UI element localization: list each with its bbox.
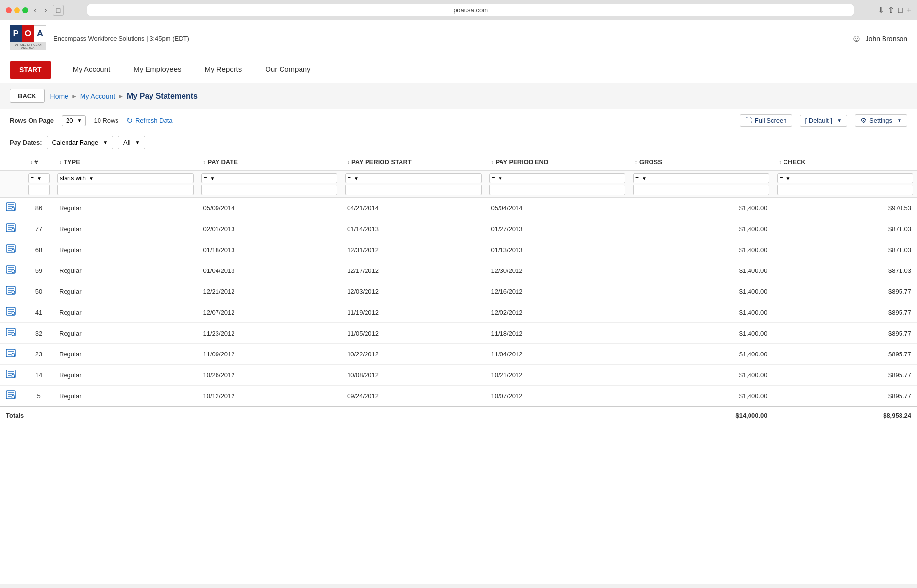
url-text: poausa.com: [453, 6, 488, 14]
row-icon-cell[interactable]: [0, 365, 24, 386]
row-icon-cell[interactable]: [0, 260, 24, 281]
row-view-icon[interactable]: [6, 309, 16, 317]
default-button[interactable]: [ Default ] ▼: [800, 115, 848, 127]
sort-icon-num: ↕: [30, 160, 33, 165]
start-button[interactable]: START: [10, 61, 51, 79]
refresh-button[interactable]: ↻ Refresh Data: [126, 116, 173, 125]
svg-point-40: [12, 333, 15, 336]
col-header-icon: [0, 153, 24, 171]
filter-pps-input[interactable]: [345, 185, 482, 195]
nav-menu: My Account My Employees My Reports Our C…: [61, 57, 322, 83]
col-header-gross[interactable]: ↕ GROSS: [629, 153, 773, 171]
download-button[interactable]: ⇓: [878, 5, 884, 15]
header-company: Encompass Workforce Solutions | 3:45pm (…: [53, 35, 189, 42]
default-label: [ Default ]: [805, 117, 833, 124]
totals-pps-empty: [341, 406, 485, 424]
data-toolbar: Rows On Page 20 ▼ 10 Rows ↻ Refresh Data…: [0, 109, 917, 132]
filter-type-arrow: ▼: [89, 176, 94, 181]
row-view-icon[interactable]: [6, 351, 16, 359]
row-num: 77: [24, 218, 53, 239]
filter-check-select[interactable]: = ▼: [777, 173, 914, 183]
back-button[interactable]: BACK: [10, 89, 45, 103]
add-tab-button[interactable]: +: [907, 6, 911, 15]
close-dot[interactable]: [6, 7, 12, 13]
col-header-type[interactable]: ↕ TYPE: [53, 153, 198, 171]
row-icon-cell[interactable]: [0, 323, 24, 344]
row-icon-cell[interactable]: [0, 344, 24, 365]
filter-type-select[interactable]: starts with ▼: [57, 173, 194, 183]
row-pay-period-end: 12/30/2012: [485, 260, 630, 281]
row-view-icon[interactable]: [6, 204, 16, 213]
col-header-pay-period-end[interactable]: ↕ PAY PERIOD END: [485, 153, 630, 171]
fullscreen-icon: ⛶: [745, 117, 752, 124]
col-header-num[interactable]: ↕ #: [24, 153, 53, 171]
filter-gross-select[interactable]: = ▼: [633, 173, 769, 183]
row-icon-cell[interactable]: [0, 218, 24, 239]
table-row: 77 Regular 02/01/2013 01/14/2013 01/27/2…: [0, 218, 917, 239]
filter-num-input[interactable]: [28, 185, 50, 195]
calendar-range-label: Calendar Range: [52, 139, 98, 146]
filter-type-input[interactable]: [57, 185, 194, 195]
filter-num-select[interactable]: = ▼: [28, 173, 50, 183]
breadcrumb: Home ► My Account ► My Pay Statements: [50, 92, 198, 101]
filter-gross-op: =: [635, 175, 639, 182]
row-icon-cell[interactable]: [0, 386, 24, 407]
row-view-icon[interactable]: [6, 288, 16, 296]
svg-point-46: [12, 353, 15, 356]
breadcrumb-current: My Pay Statements: [127, 92, 198, 101]
refresh-icon: ↻: [126, 116, 133, 125]
col-header-pay-period-start[interactable]: ↕ PAY PERIOD START: [341, 153, 485, 171]
row-type: Regular: [53, 302, 198, 323]
new-tab-button[interactable]: □: [898, 6, 903, 15]
settings-label: Settings: [869, 117, 892, 124]
filter-check-input[interactable]: [777, 185, 914, 195]
fullscreen-button[interactable]: ⛶ Full Screen: [740, 114, 792, 127]
nav-item-my-reports[interactable]: My Reports: [193, 57, 254, 83]
all-select[interactable]: All ▼: [118, 136, 145, 149]
rows-value: 20: [66, 117, 73, 124]
back-nav-button[interactable]: ‹: [32, 6, 38, 15]
row-view-icon[interactable]: [6, 392, 16, 401]
minimize-dot[interactable]: [14, 7, 20, 13]
maximize-dot[interactable]: [22, 7, 28, 13]
forward-nav-button[interactable]: ›: [42, 6, 49, 15]
col-header-pay-date[interactable]: ↕ PAY DATE: [198, 153, 342, 171]
row-view-icon[interactable]: [6, 225, 16, 234]
row-icon-cell[interactable]: [0, 239, 24, 260]
window-button[interactable]: □: [53, 5, 64, 16]
filter-ppe-input[interactable]: [489, 185, 626, 195]
row-icon-cell[interactable]: [0, 281, 24, 302]
row-view-icon[interactable]: [6, 330, 16, 338]
breadcrumb-bar: BACK Home ► My Account ► My Pay Statemen…: [0, 83, 917, 109]
breadcrumb-my-account[interactable]: My Account: [80, 92, 115, 100]
filter-pps-select[interactable]: = ▼: [345, 173, 482, 183]
filter-gross-arrow: ▼: [642, 176, 647, 181]
row-view-icon[interactable]: [6, 246, 16, 254]
row-type: Regular: [53, 281, 198, 302]
nav-item-my-employees[interactable]: My Employees: [122, 57, 193, 83]
all-label: All: [123, 139, 130, 146]
table-container: ↕ # ↕ TYPE ↕ PAY DATE: [0, 153, 917, 424]
nav-item-our-company[interactable]: Our Company: [253, 57, 322, 83]
row-num: 86: [24, 198, 53, 218]
breadcrumb-home[interactable]: Home: [50, 92, 68, 100]
rows-select[interactable]: 20 ▼: [62, 115, 86, 126]
nav-item-my-account[interactable]: My Account: [61, 57, 122, 83]
row-view-icon[interactable]: [6, 371, 16, 380]
filter-gross-input[interactable]: [633, 185, 769, 195]
row-pay-period-end: 11/18/2012: [485, 323, 630, 344]
row-icon-cell[interactable]: [0, 302, 24, 323]
share-button[interactable]: ⇧: [888, 5, 894, 15]
row-pay-date: 01/04/2013: [198, 260, 342, 281]
sort-icon-pay-period-start: ↕: [347, 160, 350, 165]
row-icon-cell[interactable]: [0, 198, 24, 218]
filter-ppe-select[interactable]: = ▼: [489, 173, 626, 183]
calendar-range-select[interactable]: Calendar Range ▼: [47, 136, 113, 149]
filter-pay-date-input[interactable]: [201, 185, 338, 195]
settings-button[interactable]: ⚙ Settings ▼: [855, 114, 907, 127]
filter-pay-date-select[interactable]: = ▼: [201, 173, 338, 183]
filter-type-op: starts with: [60, 175, 86, 182]
col-header-check[interactable]: ↕ CHECK: [773, 153, 917, 171]
row-view-icon[interactable]: [6, 267, 16, 275]
url-bar[interactable]: poausa.com: [87, 4, 854, 16]
